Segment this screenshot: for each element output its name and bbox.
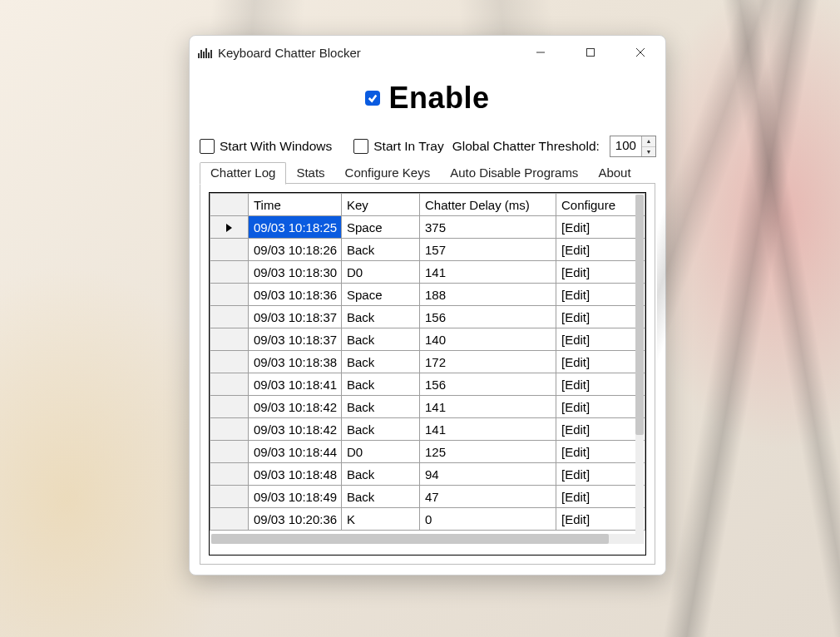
- table-row[interactable]: 09/03 10:18:37Back156[Edit]: [210, 306, 645, 328]
- threshold-value[interactable]: 100: [610, 136, 641, 156]
- cell-edit-link[interactable]: [Edit]: [556, 396, 645, 418]
- cell-key[interactable]: Back: [342, 418, 420, 441]
- cell-delay[interactable]: 172: [420, 351, 556, 373]
- row-header[interactable]: [210, 463, 249, 486]
- cell-time[interactable]: 09/03 10:18:25: [249, 216, 342, 239]
- cell-time[interactable]: 09/03 10:18:48: [249, 463, 342, 486]
- horizontal-scroll-thumb[interactable]: [211, 534, 609, 544]
- vertical-scrollbar[interactable]: [635, 195, 644, 538]
- cell-delay[interactable]: 188: [420, 284, 556, 306]
- col-delay[interactable]: Chatter Delay (ms): [420, 194, 556, 216]
- chatter-log-grid[interactable]: Time Key Chatter Delay (ms) Configure 09…: [209, 192, 646, 556]
- table-row[interactable]: 09/03 10:18:25Space375[Edit]: [210, 216, 645, 239]
- row-header-corner[interactable]: [210, 194, 249, 216]
- row-header[interactable]: [210, 508, 249, 531]
- enable-label[interactable]: Enable: [388, 81, 489, 116]
- cell-edit-link[interactable]: [Edit]: [556, 373, 645, 396]
- row-header[interactable]: [210, 216, 249, 239]
- table-row[interactable]: 09/03 10:18:41Back156[Edit]: [210, 373, 645, 396]
- start-with-windows-label[interactable]: Start With Windows: [220, 139, 332, 154]
- cell-key[interactable]: Space: [342, 216, 420, 239]
- table-row[interactable]: 09/03 10:18:44D0125[Edit]: [210, 441, 645, 463]
- cell-key[interactable]: Back: [342, 328, 420, 351]
- tab-about[interactable]: About: [588, 163, 640, 184]
- col-time[interactable]: Time: [249, 194, 342, 216]
- tab-stats[interactable]: Stats: [286, 163, 334, 184]
- cell-edit-link[interactable]: [Edit]: [556, 351, 645, 373]
- cell-time[interactable]: 09/03 10:20:36: [249, 508, 342, 531]
- titlebar[interactable]: Keyboard Chatter Blocker: [190, 36, 665, 69]
- enable-checkbox[interactable]: [365, 91, 380, 106]
- start-with-windows-checkbox[interactable]: [200, 139, 215, 154]
- cell-time[interactable]: 09/03 10:18:38: [249, 351, 342, 373]
- cell-edit-link[interactable]: [Edit]: [556, 239, 645, 261]
- cell-time[interactable]: 09/03 10:18:42: [249, 396, 342, 418]
- row-header[interactable]: [210, 351, 249, 373]
- cell-key[interactable]: Back: [342, 396, 420, 418]
- row-header[interactable]: [210, 239, 249, 261]
- cell-delay[interactable]: 375: [420, 216, 556, 239]
- row-header[interactable]: [210, 306, 249, 328]
- cell-key[interactable]: Back: [342, 306, 420, 328]
- table-row[interactable]: 09/03 10:20:36K0[Edit]: [210, 508, 645, 531]
- spinner-up-icon[interactable]: ▲: [642, 136, 655, 147]
- cell-key[interactable]: Back: [342, 486, 420, 508]
- cell-time[interactable]: 09/03 10:18:37: [249, 328, 342, 351]
- cell-edit-link[interactable]: [Edit]: [556, 261, 645, 284]
- table-row[interactable]: 09/03 10:18:30D0141[Edit]: [210, 261, 645, 284]
- start-in-tray-checkbox[interactable]: [353, 139, 368, 154]
- cell-edit-link[interactable]: [Edit]: [556, 216, 645, 239]
- cell-edit-link[interactable]: [Edit]: [556, 508, 645, 531]
- table-row[interactable]: 09/03 10:18:48Back94[Edit]: [210, 463, 645, 486]
- threshold-spinner[interactable]: ▲ ▼: [641, 136, 655, 156]
- cell-delay[interactable]: 157: [420, 239, 556, 261]
- cell-time[interactable]: 09/03 10:18:30: [249, 261, 342, 284]
- start-in-tray-label[interactable]: Start In Tray: [373, 139, 443, 154]
- tab-chatter-log[interactable]: Chatter Log: [200, 162, 286, 185]
- cell-time[interactable]: 09/03 10:18:37: [249, 306, 342, 328]
- cell-delay[interactable]: 0: [420, 508, 556, 531]
- cell-edit-link[interactable]: [Edit]: [556, 328, 645, 351]
- tab-configure-keys[interactable]: Configure Keys: [335, 163, 441, 184]
- cell-edit-link[interactable]: [Edit]: [556, 441, 645, 463]
- cell-key[interactable]: Back: [342, 239, 420, 261]
- col-key[interactable]: Key: [342, 194, 420, 216]
- cell-delay[interactable]: 156: [420, 306, 556, 328]
- spinner-down-icon[interactable]: ▼: [642, 147, 655, 157]
- table-row[interactable]: 09/03 10:18:42Back141[Edit]: [210, 396, 645, 418]
- cell-delay[interactable]: 156: [420, 373, 556, 396]
- cell-delay[interactable]: 125: [420, 441, 556, 463]
- cell-key[interactable]: Space: [342, 284, 420, 306]
- table-row[interactable]: 09/03 10:18:38Back172[Edit]: [210, 351, 645, 373]
- cell-key[interactable]: Back: [342, 463, 420, 486]
- threshold-input[interactable]: 100 ▲ ▼: [610, 136, 656, 157]
- cell-edit-link[interactable]: [Edit]: [556, 284, 645, 306]
- row-header[interactable]: [210, 486, 249, 508]
- row-header[interactable]: [210, 441, 249, 463]
- cell-time[interactable]: 09/03 10:18:49: [249, 486, 342, 508]
- row-header[interactable]: [210, 261, 249, 284]
- table-row[interactable]: 09/03 10:18:37Back140[Edit]: [210, 328, 645, 351]
- cell-key[interactable]: D0: [342, 261, 420, 284]
- col-configure[interactable]: Configure: [556, 194, 645, 216]
- table-row[interactable]: 09/03 10:18:42Back141[Edit]: [210, 418, 645, 441]
- cell-delay[interactable]: 141: [420, 396, 556, 418]
- cell-delay[interactable]: 141: [420, 261, 556, 284]
- row-header[interactable]: [210, 418, 249, 441]
- close-button[interactable]: [615, 36, 665, 69]
- cell-key[interactable]: Back: [342, 373, 420, 396]
- row-header[interactable]: [210, 373, 249, 396]
- cell-edit-link[interactable]: [Edit]: [556, 418, 645, 441]
- table-row[interactable]: 09/03 10:18:49Back47[Edit]: [210, 486, 645, 508]
- cell-time[interactable]: 09/03 10:18:44: [249, 441, 342, 463]
- table-row[interactable]: 09/03 10:18:36Space188[Edit]: [210, 284, 645, 306]
- vertical-scroll-thumb[interactable]: [635, 195, 644, 435]
- cell-delay[interactable]: 47: [420, 486, 556, 508]
- horizontal-scrollbar[interactable]: [211, 534, 644, 544]
- row-header[interactable]: [210, 396, 249, 418]
- row-header[interactable]: [210, 328, 249, 351]
- cell-delay[interactable]: 140: [420, 328, 556, 351]
- cell-edit-link[interactable]: [Edit]: [556, 463, 645, 486]
- tab-auto-disable-programs[interactable]: Auto Disable Programs: [440, 163, 588, 184]
- cell-time[interactable]: 09/03 10:18:36: [249, 284, 342, 306]
